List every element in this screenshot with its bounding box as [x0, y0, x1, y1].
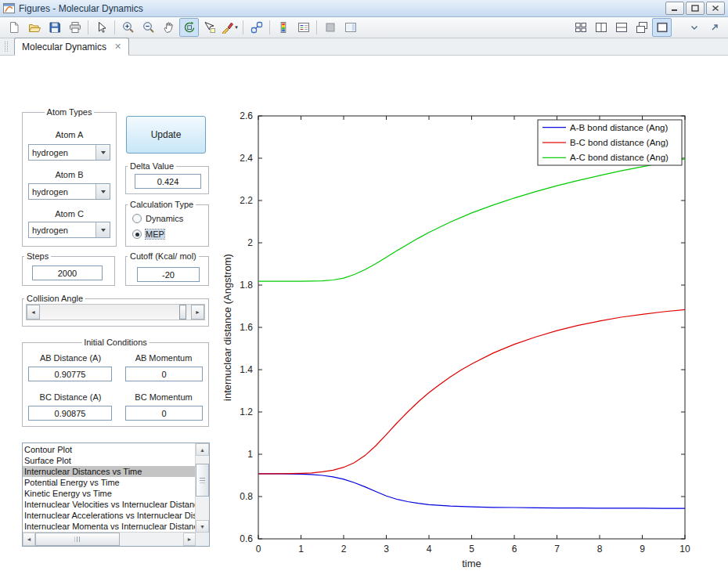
toolbar-separator	[316, 20, 317, 34]
maximize-icon	[691, 5, 699, 12]
rotate-3d-button[interactable]	[179, 18, 199, 37]
hide-plot-tools-button[interactable]	[320, 18, 340, 37]
list-item[interactable]: Internuclear Velocities vs Internuclear …	[23, 499, 196, 510]
zoom-out-button[interactable]	[139, 18, 158, 37]
undock-button[interactable]	[705, 18, 724, 37]
list-item[interactable]: Internuclear Momenta vs Internuclear Dis…	[23, 521, 196, 532]
list-item[interactable]: Contour Plot	[23, 444, 196, 455]
x-tick-label: 8	[597, 544, 603, 555]
cutoff-field[interactable]: -20	[137, 267, 200, 282]
x-tick-label: 4	[427, 544, 432, 555]
update-button[interactable]: Update	[126, 116, 206, 154]
dropdown-caret-icon[interactable]: ▾	[235, 24, 238, 31]
data-cursor-button[interactable]	[200, 18, 219, 37]
dock-down-icon	[688, 21, 701, 34]
save-figure-button[interactable]	[45, 18, 64, 37]
y-tick-label: 0.6	[240, 533, 253, 544]
insert-legend-button[interactable]	[294, 18, 313, 37]
print-figure-button[interactable]	[65, 18, 85, 37]
slider-track[interactable]	[40, 305, 191, 320]
atom-a-select[interactable]: hydrogen	[28, 144, 110, 161]
x-axis-label: time	[462, 558, 481, 569]
bc-distance-field[interactable]: 0.90875	[28, 406, 112, 421]
vertical-scroll-thumb[interactable]	[196, 464, 209, 497]
brush-data-button[interactable]: ▾	[220, 18, 240, 37]
horizontal-scroll-thumb[interactable]	[35, 533, 120, 546]
slider-left-arrow[interactable]: ◄	[27, 305, 40, 320]
insert-colorbar-button[interactable]	[273, 18, 293, 37]
zoom-in-button[interactable]	[118, 18, 138, 37]
steps-field[interactable]: 2000	[32, 266, 103, 280]
atom-c-select[interactable]: hydrogen	[28, 222, 110, 238]
radio-dynamics[interactable]: Dynamics	[132, 214, 183, 223]
radio-selected-icon	[132, 229, 142, 239]
toolbar-separator	[114, 20, 115, 34]
atom-b-select[interactable]: hydrogen	[28, 183, 110, 200]
float-windows-button[interactable]	[632, 18, 651, 37]
atom-a-dropdown-button[interactable]	[96, 145, 110, 160]
undock-icon	[708, 21, 721, 34]
cutoff-group: Cutoff (Kcal/ mol) -20	[125, 256, 209, 286]
atom-c-dropdown-button[interactable]	[96, 222, 110, 237]
listbox-horizontal-scrollbar[interactable]: ◄ ►	[23, 532, 196, 546]
legend[interactable]: A-B bond distance (Ang)B-C bond distance…	[538, 120, 682, 165]
list-item[interactable]: Surface Plot	[23, 455, 196, 466]
x-tick-label: 5	[469, 544, 474, 555]
window-title: Figures - Molecular Dynamics	[19, 3, 143, 14]
ab-distance-field[interactable]: 0.90775	[28, 367, 112, 381]
pan-button[interactable]	[159, 18, 178, 37]
maximize-layout-button[interactable]	[652, 18, 672, 37]
y-tick-label: 1.6	[240, 322, 253, 333]
toolbar-separator	[243, 20, 243, 34]
show-plot-tools-button[interactable]	[341, 18, 360, 37]
scroll-up-arrow[interactable]: ▲	[196, 443, 209, 456]
new-figure-button[interactable]	[4, 18, 23, 37]
x-tick-label: 7	[554, 544, 560, 555]
minimize-button[interactable]	[665, 2, 684, 15]
tab-bar: Molecular Dynamics ✕	[0, 38, 728, 56]
close-button[interactable]	[706, 2, 725, 15]
listbox-vertical-scrollbar[interactable]: ▲ ▼	[195, 443, 209, 533]
x-tick-label: 2	[341, 544, 347, 555]
dock-down-button[interactable]	[684, 18, 704, 37]
split-top-bottom-button[interactable]	[611, 18, 631, 37]
tile-layout-button[interactable]	[571, 18, 590, 37]
radio-unselected-icon	[132, 214, 142, 223]
scroll-right-arrow[interactable]: ►	[183, 533, 196, 546]
scroll-left-arrow[interactable]: ◄	[23, 533, 35, 546]
list-item[interactable]: Internuclear Accelerations vs Internucle…	[23, 510, 196, 521]
split-left-right-button[interactable]	[591, 18, 611, 37]
edit-plot-button[interactable]	[92, 18, 111, 37]
float-windows-icon	[636, 21, 648, 34]
tab-molecular-dynamics[interactable]: Molecular Dynamics ✕	[14, 38, 129, 56]
maximize-layout-icon	[656, 21, 669, 34]
chevron-down-icon	[101, 229, 106, 232]
x-tick-label: 10	[679, 544, 690, 555]
slider-right-arrow[interactable]: ►	[191, 305, 204, 320]
collision-angle-slider[interactable]: ◄ ►	[26, 304, 205, 320]
edit-plot-icon	[96, 21, 108, 34]
list-item[interactable]: Potential Energy vs Time	[23, 477, 196, 488]
atom-b-dropdown-button[interactable]	[96, 184, 110, 199]
collision-angle-slider-thumb[interactable]	[179, 305, 186, 320]
list-item[interactable]: Kinetic Energy vs Time	[23, 488, 196, 499]
y-axis-label: internuclear distance (Angstrom)	[222, 254, 233, 401]
atom-a-value: hydrogen	[29, 145, 96, 160]
delta-value-group: Delta Value 0.424	[125, 166, 209, 194]
radio-mep[interactable]: MEP	[132, 229, 164, 239]
atom-types-title: Atom Types	[45, 107, 95, 117]
ab-momentum-field[interactable]: 0	[125, 367, 203, 381]
tab-close-icon[interactable]: ✕	[114, 42, 121, 51]
bc-momentum-field[interactable]: 0	[125, 406, 203, 421]
delta-value-field[interactable]: 0.424	[135, 174, 201, 189]
tabbar-grip[interactable]	[5, 42, 8, 52]
plot-canvas[interactable]: 0123456789100.60.811.21.41.61.822.22.42.…	[219, 94, 720, 572]
tile-layout-icon	[575, 21, 587, 34]
maximize-button[interactable]	[686, 2, 705, 15]
link-plot-button[interactable]	[247, 18, 266, 37]
plot-type-listbox[interactable]: Contour PlotSurface PlotInternuclear Dis…	[22, 443, 210, 547]
open-file-button[interactable]	[24, 18, 44, 37]
radio-dynamics-label: Dynamics	[146, 214, 183, 223]
scroll-down-arrow[interactable]: ▼	[196, 520, 209, 533]
list-item[interactable]: Internuclear Distances vs Time	[23, 466, 196, 477]
